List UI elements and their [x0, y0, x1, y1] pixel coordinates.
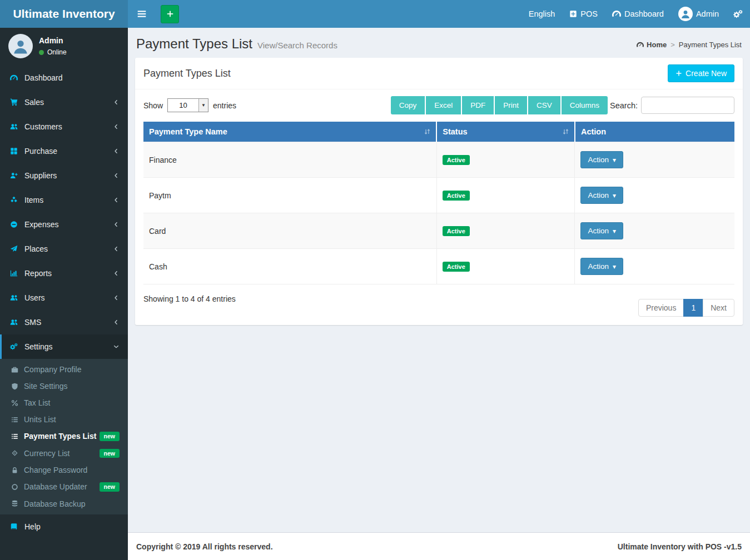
sidebar-item-settings[interactable]: Settings [0, 334, 128, 359]
action-dropdown-button[interactable]: Action [580, 258, 623, 275]
list-icon [11, 433, 18, 440]
minus-circle-icon [10, 221, 18, 228]
sidebar-item-reports[interactable]: Reports [0, 261, 128, 286]
pdf-button[interactable]: PDF [462, 96, 494, 114]
excel-button[interactable]: Excel [426, 96, 461, 114]
payment-types-panel: Payment Types List Create New Show 10 [135, 58, 743, 325]
sidebar-item-database-updater[interactable]: Database Updater new [0, 478, 128, 496]
sidebar-item-label: Purchase [24, 147, 57, 156]
column-header-payment-type-name[interactable]: Payment Type Name [143, 122, 436, 142]
sidebar-item-currency-list[interactable]: Currency List new [0, 445, 128, 462]
sidebar-item-users[interactable]: Users [0, 286, 128, 310]
csv-button[interactable]: CSV [528, 96, 560, 114]
status-badge: Active [443, 262, 470, 272]
page-size-select[interactable]: 10 [167, 98, 208, 112]
book-icon [10, 523, 18, 531]
chevron-left-icon [113, 123, 120, 130]
sidebar-item-units-list[interactable]: Units List [0, 411, 128, 428]
sidebar-item-items[interactable]: Items [0, 188, 128, 212]
payment-type-name-cell: Finance [143, 142, 436, 178]
breadcrumb-separator [670, 41, 675, 49]
action-dropdown-button[interactable]: Action [580, 187, 623, 204]
create-new-button[interactable]: Create New [668, 64, 734, 82]
search-input[interactable] [641, 97, 734, 114]
sidebar-toggle-button[interactable] [128, 0, 156, 28]
chevron-left-icon [113, 221, 120, 228]
pagination-page-1[interactable]: 1 [683, 299, 703, 317]
sidebar-item-payment-types-list[interactable]: Payment Types List new [0, 428, 128, 445]
hamburger-icon [137, 9, 147, 19]
user-plus-icon [10, 172, 18, 179]
copy-button[interactable]: Copy [391, 96, 425, 114]
breadcrumb-current: Payment Types List [679, 41, 742, 49]
sidebar-item-help[interactable]: Help [0, 514, 128, 539]
select-dropdown-icon [198, 99, 208, 112]
sidebar-item-purchase[interactable]: Purchase [0, 139, 128, 163]
action-dropdown-button[interactable]: Action [580, 222, 623, 239]
sidebar-item-suppliers[interactable]: Suppliers [0, 163, 128, 188]
person-icon [12, 38, 29, 54]
brand-logo[interactable]: Ultimate Inventory [0, 0, 128, 28]
sidebar-item-change-password[interactable]: Change Password [0, 462, 128, 478]
sidebar-item-label: Help [24, 522, 41, 531]
online-status-label: Online [47, 48, 67, 56]
pagination-previous-button[interactable]: Previous [638, 299, 684, 317]
sidebar-item-expenses[interactable]: Expenses [0, 212, 128, 237]
print-button[interactable]: Print [495, 96, 527, 114]
language-menu[interactable]: English [521, 0, 563, 28]
export-button-group: Copy Excel PDF Print CSV Columns [391, 96, 608, 114]
sidebar-item-customers[interactable]: Customers [0, 114, 128, 139]
table-row: Cash Active Action [143, 249, 734, 284]
sidebar-item-label: Items [24, 196, 43, 204]
users-icon [10, 123, 18, 131]
payment-type-name-cell: Card [143, 213, 436, 249]
page-subtitle: View/Search Records [257, 41, 337, 50]
sidebar-user-panel: Admin Online [0, 28, 128, 66]
caret-down-icon [613, 262, 616, 271]
diamond-icon [11, 449, 18, 457]
user-menu[interactable]: Admin [671, 0, 726, 28]
page-title: Payment Types List [136, 36, 252, 52]
quick-add-button[interactable] [161, 5, 179, 23]
sidebar-item-label: Dashboard [24, 73, 63, 82]
pagination-next-button[interactable]: Next [703, 299, 734, 317]
columns-button[interactable]: Columns [562, 96, 608, 114]
sidebar-item-database-backup[interactable]: Database Backup [0, 496, 128, 512]
tachometer-icon [10, 74, 18, 82]
sidebar-item-sales[interactable]: Sales [0, 90, 128, 114]
panel-body: Show 10 entries Copy Excel PDF [135, 89, 743, 325]
chevron-left-icon [113, 294, 120, 301]
sidebar-menu: Dashboard Sales Customers Purchase Suppl… [0, 66, 128, 539]
status-badge: Active [443, 226, 470, 236]
dashboard-label: Dashboard [624, 9, 664, 18]
sidebar: Admin Online Dashboard Sales Customers [0, 28, 128, 560]
shield-icon [11, 383, 18, 390]
online-status-dot [39, 50, 44, 55]
action-dropdown-button[interactable]: Action [580, 151, 623, 168]
chevron-down-icon [113, 343, 120, 350]
sidebar-item-site-settings[interactable]: Site Settings [0, 378, 128, 394]
breadcrumb-home-link[interactable]: Home [637, 41, 667, 49]
sidebar-item-places[interactable]: Places [0, 237, 128, 261]
sidebar-item-dashboard[interactable]: Dashboard [0, 66, 128, 90]
users-icon [10, 318, 18, 326]
settings-menu-button[interactable] [726, 0, 750, 28]
sidebar-item-company-profile[interactable]: Company Profile [0, 361, 128, 378]
copyright-text: Copyright © 2019 All rights reserved. [136, 542, 273, 551]
language-label: English [529, 9, 555, 18]
pos-link[interactable]: POS [562, 0, 605, 28]
app-window: Ultimate Inventory English POS Dashboard [0, 0, 750, 560]
dashboard-link[interactable]: Dashboard [605, 0, 671, 28]
search-label: Search: [610, 101, 638, 110]
column-header-action: Action [575, 122, 734, 142]
sidebar-item-sms[interactable]: SMS [0, 310, 128, 334]
user-name: Admin [696, 9, 719, 18]
column-header-status[interactable]: Status [436, 122, 575, 142]
chevron-left-icon [113, 172, 120, 179]
action-cell: Action [575, 249, 734, 284]
sidebar-item-tax-list[interactable]: Tax List [0, 394, 128, 411]
table-controls: Show 10 entries Copy Excel PDF [143, 96, 734, 114]
lock-icon [11, 467, 18, 474]
table-row: Card Active Action [143, 213, 734, 249]
version-text: Ultimate Inventory with POS -v1.5 [618, 542, 742, 551]
